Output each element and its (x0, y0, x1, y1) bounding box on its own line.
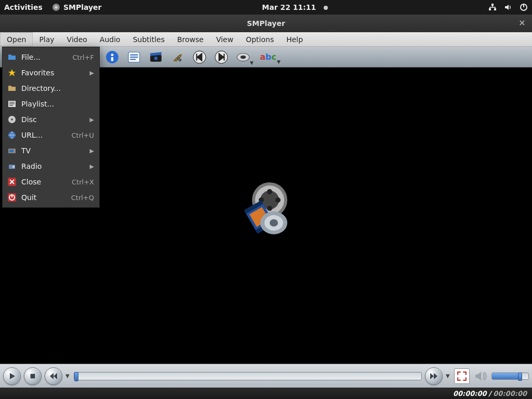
svg-rect-38 (9, 103, 15, 104)
tool-playlist-icon[interactable] (127, 50, 141, 64)
folder-icon (8, 53, 16, 61)
control-bar: ▼ ▼ (0, 364, 532, 388)
open-menu-disc[interactable]: Disc ▶ (3, 112, 99, 127)
fullscreen-button[interactable] (454, 368, 470, 384)
topbar-clock[interactable]: Mar 22 11:11 (262, 3, 316, 11)
svg-rect-3 (489, 8, 491, 10)
tool-aspect-icon[interactable]: ▼ (236, 50, 250, 64)
submenu-arrow-icon: ▶ (90, 116, 94, 123)
menu-help[interactable]: Help (280, 32, 309, 46)
menu-play[interactable]: Play (33, 32, 60, 46)
menubar: Open Play Video Audio Subtitles Browse V… (0, 32, 532, 47)
menu-subtitles[interactable]: Subtitles (127, 32, 171, 46)
open-menu-directory[interactable]: Directory... (3, 81, 99, 96)
open-menu-favorites[interactable]: Favorites ▶ (3, 65, 99, 81)
svg-point-20 (241, 55, 246, 59)
open-menu-dropdown: File... Ctrl+F Favorites ▶ Directory... … (2, 47, 100, 208)
svg-rect-11 (130, 54, 138, 55)
window-close-button[interactable]: × (517, 19, 527, 28)
network-icon[interactable] (488, 3, 497, 11)
menu-item-accel: Ctrl+U (71, 131, 94, 139)
menu-item-label: File... (21, 53, 67, 61)
submenu-arrow-icon: ▶ (90, 163, 94, 170)
stop-button[interactable] (24, 367, 42, 385)
radio-icon (8, 162, 16, 170)
svg-rect-44 (9, 150, 14, 152)
window-titlebar[interactable]: SMPlayer × (0, 15, 532, 32)
smplayer-appicon (52, 3, 60, 11)
menu-item-label: Quit (21, 193, 66, 202)
open-menu-radio[interactable]: Radio ▶ (3, 158, 99, 174)
forward-button[interactable] (425, 367, 443, 385)
menu-item-accel: Ctrl+X (72, 178, 94, 186)
star-icon (8, 69, 16, 77)
power-icon[interactable] (520, 3, 528, 11)
rewind-button[interactable] (45, 367, 62, 385)
svg-rect-8 (111, 54, 113, 56)
tool-prev-chapter-icon[interactable] (192, 50, 207, 64)
open-menu-url[interactable]: URL... Ctrl+U (3, 127, 99, 143)
forward-dropdown-icon[interactable]: ▼ (446, 373, 451, 379)
menu-open[interactable]: Open (0, 32, 33, 46)
rewind-dropdown-icon[interactable]: ▼ (65, 373, 71, 379)
svg-rect-37 (9, 102, 15, 103)
menu-options[interactable]: Options (240, 32, 280, 46)
svg-point-24 (267, 189, 272, 194)
svg-rect-39 (9, 105, 13, 106)
open-menu-tv[interactable]: TV ▶ (3, 143, 99, 158)
svg-rect-13 (130, 59, 136, 60)
menu-item-label: Favorites (21, 69, 85, 77)
tool-preferences-icon[interactable] (170, 50, 185, 64)
open-menu-playlist[interactable]: Playlist... (3, 96, 99, 112)
tool-next-chapter-icon[interactable] (214, 50, 229, 64)
menu-item-label: URL... (21, 131, 66, 139)
menu-item-accel: Ctrl+Q (71, 194, 94, 202)
tool-open-file-icon[interactable] (105, 50, 119, 64)
seek-thumb-icon[interactable] (74, 372, 78, 381)
open-menu-quit[interactable]: Quit Ctrl+Q (3, 190, 99, 205)
open-menu-close[interactable]: Close Ctrl+X (3, 174, 99, 190)
svg-point-34 (270, 219, 278, 227)
close-icon (8, 178, 16, 186)
window-title: SMPlayer (247, 19, 285, 28)
open-menu-file[interactable]: File... Ctrl+F (3, 49, 99, 65)
menu-audio[interactable]: Audio (94, 32, 127, 46)
svg-point-1 (55, 6, 58, 9)
volume-slider[interactable] (491, 373, 529, 380)
volume-icon[interactable] (504, 3, 512, 11)
play-button[interactable] (3, 367, 21, 385)
volume-thumb-icon[interactable] (518, 373, 522, 381)
menu-view[interactable]: View (210, 32, 240, 46)
tool-clapper-icon[interactable] (149, 50, 163, 64)
time-total: 00:00:00 (493, 390, 527, 397)
svg-rect-12 (130, 56, 138, 57)
quit-icon (8, 193, 16, 202)
status-bar: 00:00:00 / 00:00:00 (0, 388, 532, 399)
menu-item-label: Disc (21, 115, 85, 124)
globe-icon (8, 131, 16, 139)
topbar-app[interactable]: SMPlayer (52, 3, 102, 11)
svg-point-25 (275, 197, 281, 203)
disc-icon (8, 115, 16, 124)
seek-slider[interactable] (74, 372, 422, 380)
menu-browse[interactable]: Browse (171, 32, 210, 46)
gnome-topbar: Activities SMPlayer Mar 22 11:11 (0, 0, 532, 15)
svg-rect-2 (491, 4, 494, 6)
menu-item-label: Radio (21, 162, 85, 170)
menu-item-accel: Ctrl+F (72, 54, 94, 61)
notification-dot-icon[interactable] (324, 6, 328, 10)
menu-item-label: TV (21, 147, 85, 155)
svg-rect-9 (111, 57, 113, 61)
volume-fill (492, 373, 519, 379)
mute-button[interactable] (473, 369, 488, 383)
playlist-icon (8, 100, 16, 108)
activities-button[interactable]: Activities (4, 3, 43, 11)
svg-rect-35 (31, 374, 35, 378)
tv-icon (8, 147, 16, 155)
tool-subtitles-abc-icon[interactable]: abc ▼ (258, 50, 278, 64)
submenu-arrow-icon: ▶ (90, 148, 94, 154)
time-separator: / (489, 390, 491, 397)
menu-video[interactable]: Video (61, 32, 94, 46)
submenu-arrow-icon: ▶ (90, 70, 94, 76)
svg-point-16 (154, 56, 158, 60)
